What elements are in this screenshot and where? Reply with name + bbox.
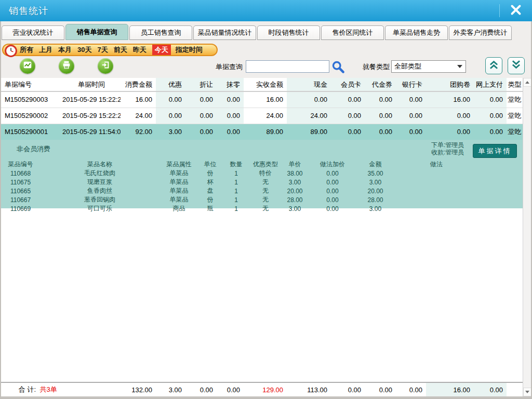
cell: 3.00 <box>281 178 309 187</box>
cell: 0.00 <box>396 91 426 108</box>
tab-period-sales[interactable]: 时段销售统计 <box>257 25 320 40</box>
search-icon[interactable] <box>331 60 345 76</box>
export-button[interactable] <box>98 58 113 74</box>
chart-button[interactable] <box>20 58 35 74</box>
col-header-consume-amount[interactable]: 消费金额 <box>121 78 156 91</box>
col-header-receipt-time[interactable]: 单据时间 <box>62 78 121 91</box>
col-header-actual-amount[interactable]: 实收金额 <box>244 78 287 91</box>
cell: 0.00 <box>185 383 217 396</box>
filter-day-before-yesterday[interactable]: 前天 <box>114 45 127 55</box>
double-chevron-down-icon <box>511 59 522 72</box>
cell: 盘 <box>198 187 222 195</box>
cell <box>395 178 478 187</box>
meal-type-select[interactable]: 全部类型 <box>391 60 466 73</box>
member-status-label: 非会员消费 <box>17 144 50 154</box>
col-header-cash[interactable]: 现金 <box>287 78 331 91</box>
col-header-allowance[interactable]: 折让 <box>185 78 217 91</box>
scroll-down-button[interactable] <box>523 388 531 396</box>
vertical-scrollbar[interactable] <box>523 78 531 396</box>
expand-all-button[interactable] <box>508 57 525 74</box>
table-header-row: 单据编号 单据时间 消费金额 优惠 折让 抹零 实收金额 现金 会员卡 代金券 … <box>1 78 523 91</box>
cell <box>395 187 478 195</box>
tab-business-status[interactable]: 营业状况统计 <box>2 25 64 40</box>
tab-staff-sales-query[interactable]: 员工销售查询 <box>129 25 192 40</box>
col-header-member-card[interactable]: 会员卡 <box>331 78 365 91</box>
col-header-type[interactable]: 类型 <box>507 78 523 91</box>
detail-col-unit-price: 单价 <box>281 160 309 169</box>
cell: 无 <box>250 204 281 213</box>
filter-custom-time[interactable]: 指定时间 <box>176 45 203 55</box>
col-header-bank-card[interactable]: 银行卡 <box>396 78 426 91</box>
col-header-groupon[interactable]: 团购卷 <box>426 78 474 91</box>
cell: 1 <box>222 187 250 195</box>
tab-single-dish-trend[interactable]: 单菜品销售走势 <box>385 25 448 40</box>
cell: 0.00 <box>309 187 356 195</box>
totals-label: 合 计: <box>19 385 36 393</box>
cell: 16.00 <box>244 91 287 108</box>
receipt-query-label: 单据查询 <box>216 62 243 72</box>
table-row-selected[interactable]: M1505290001 2015-05-29 11:54:06 92.00 3.… <box>1 124 523 140</box>
tab-takeout-customer[interactable]: 外卖客户消费统计 <box>449 25 512 40</box>
detail-row: 110667葱香回锅肉单菜品份1无28.000.0028.00 <box>1 195 478 204</box>
table-row[interactable]: M1505290003 2015-05-29 15:22:27 16.00 0.… <box>1 91 523 108</box>
cell: 0.00 <box>331 91 365 108</box>
detail-col-dish-attr: 菜品属性 <box>159 160 198 169</box>
receipt-query-input[interactable] <box>246 60 329 73</box>
receipt-detail-button[interactable]: 单据详情 <box>473 144 517 158</box>
date-filter-bar: 所有 上月 本月 30天 7天 前天 昨天 今天 指定时间 <box>2 44 218 56</box>
cell: 商品 <box>159 204 198 213</box>
filter-this-month[interactable]: 本月 <box>58 45 72 55</box>
cell: 28.00 <box>281 195 309 204</box>
receipt-table: 单据编号 单据时间 消费金额 优惠 折让 抹零 实收金额 现金 会员卡 代金券 … <box>1 78 523 140</box>
table-row[interactable]: M1505290002 2015-05-29 15:22:20 24.00 0.… <box>1 108 523 124</box>
cell: 110668 <box>1 169 40 178</box>
cell: 3.00 <box>281 204 309 213</box>
filter-yesterday[interactable]: 昨天 <box>133 45 147 55</box>
cell: 1 <box>222 204 250 213</box>
cell: 0.00 <box>217 383 244 396</box>
cell: 0.00 <box>365 383 396 396</box>
cell: M1505290002 <box>1 108 62 124</box>
detail-row: 110668毛氏红烧肉单菜品份1特价38.000.0035.00 <box>1 169 478 178</box>
cell: 3.00 <box>356 204 395 213</box>
detail-col-method: 做法 <box>395 160 478 169</box>
detail-row: 110665鱼香肉丝单菜品盘1无20.000.0020.00 <box>1 187 478 195</box>
col-header-discount[interactable]: 优惠 <box>156 78 185 91</box>
cell: 0.00 <box>331 124 365 140</box>
cell: 0.00 <box>156 91 185 108</box>
cell: 无 <box>250 187 281 195</box>
titlebar-separator <box>499 4 500 17</box>
cell: 3.00 <box>156 383 185 396</box>
cell: 0.00 <box>156 108 185 124</box>
col-header-online-pay[interactable]: 网上支付 <box>474 78 507 91</box>
filter-today[interactable]: 今天 <box>152 45 171 55</box>
tab-price-range[interactable]: 售价区间统计 <box>321 25 384 40</box>
col-header-receipt-no[interactable]: 单据编号 <box>1 78 62 91</box>
cell: 0.00 <box>396 383 426 396</box>
detail-col-dish-no: 菜品编号 <box>1 160 40 169</box>
detail-row: 110669可口可乐商品瓶1无3.000.003.00 <box>1 204 478 213</box>
cell: 0.00 <box>365 108 396 124</box>
cell: 单菜品 <box>159 187 198 195</box>
cell: 0.00 <box>331 108 365 124</box>
cell: M1505290001 <box>1 124 62 140</box>
col-header-voucher[interactable]: 代金券 <box>365 78 396 91</box>
filter-last-month[interactable]: 上月 <box>39 45 52 55</box>
col-header-rounding[interactable]: 抹零 <box>217 78 244 91</box>
cell: 杯 <box>198 178 222 187</box>
tab-sales-receipt-query[interactable]: 销售单据查询 <box>65 24 128 40</box>
cell: 无 <box>250 195 281 204</box>
cell: 110675 <box>1 178 40 187</box>
filter-7-days[interactable]: 7天 <box>97 45 108 55</box>
print-button[interactable] <box>59 58 74 74</box>
cell: 38.00 <box>281 169 309 178</box>
close-button[interactable] <box>507 4 525 18</box>
collapse-all-button[interactable] <box>485 57 502 74</box>
tab-dish-sales-volume[interactable]: 菜品销量情况统计 <box>193 25 256 40</box>
filter-30-days[interactable]: 30天 <box>77 45 91 55</box>
cell: M1505290003 <box>1 91 62 108</box>
scroll-up-button[interactable] <box>523 78 531 87</box>
filter-all[interactable]: 所有 <box>20 45 33 55</box>
scroll-down-icon <box>525 391 529 393</box>
cell: 0.00 <box>287 91 331 108</box>
